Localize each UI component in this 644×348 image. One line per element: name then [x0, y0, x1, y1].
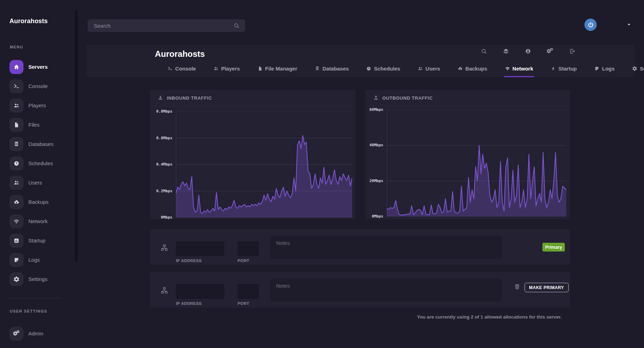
tab-label: Logs [602, 66, 615, 72]
tab-label: File Manager [265, 66, 297, 72]
upload-icon [373, 95, 379, 101]
inbound-chart-title: INBOUND TRAFFIC [167, 95, 212, 101]
server-header-card: Aurorahosts ConsolePlayersFile ManagerDa… [86, 45, 635, 77]
sidebar-item-files[interactable]: Files [0, 115, 77, 134]
tab-label: Backups [465, 66, 487, 72]
y-axis-tick-label: 0.2Mbps [150, 189, 172, 193]
cogs-icon [9, 327, 23, 341]
inbound-traffic-chart [176, 112, 352, 218]
sidebar-item-label: Backups [28, 199, 49, 205]
user-avatar[interactable] [584, 19, 597, 31]
tab-players[interactable]: Players [213, 61, 240, 77]
sidebar-item-label: Databases [28, 141, 54, 147]
wifi-icon [9, 214, 23, 228]
menu-section-label: MENU [10, 45, 23, 49]
tab-settings[interactable]: Settings [631, 61, 644, 77]
tab-label: Settings [640, 66, 644, 72]
make-primary-button[interactable]: MAKE PRIMARY [525, 283, 569, 292]
sidebar-item-console[interactable]: Console [0, 76, 77, 96]
layers-icon[interactable] [503, 48, 509, 54]
y-axis-tick-label: 0Mbps [150, 215, 172, 220]
sidebar-item-admin[interactable]: Admin [0, 324, 77, 343]
search-input[interactable] [93, 22, 233, 29]
backup-icon [458, 66, 463, 71]
port-input[interactable] [238, 284, 259, 299]
ip-address-label: IP ADDRESS [176, 301, 224, 306]
y-axis-tick-label: 0Mbps [365, 214, 383, 219]
backup-icon [9, 195, 23, 209]
cogs-icon[interactable] [547, 48, 553, 54]
tab-network[interactable]: Network [504, 61, 534, 77]
primary-badge: Primary [542, 243, 565, 252]
port-label: PORT [238, 259, 259, 263]
user-settings-section-label: USER SETTINGS [10, 309, 47, 313]
ip-address-input[interactable] [176, 284, 224, 299]
sidebar-item-startup[interactable]: Startup [0, 231, 77, 250]
delete-allocation-icon[interactable] [514, 283, 521, 290]
file-icon [258, 66, 263, 71]
sidebar-item-schedules[interactable]: Schedules [0, 154, 77, 173]
sidebar-item-label: Files [28, 122, 40, 128]
sidebar-divider [10, 298, 61, 298]
tab-file-manager[interactable]: File Manager [257, 61, 298, 77]
global-search [88, 19, 245, 32]
startup-icon [9, 234, 23, 248]
inbound-traffic-card: INBOUND TRAFFIC 0.8Mbps0.6Mbps0.4Mbps0.2… [150, 90, 355, 219]
ip-address-input[interactable] [176, 241, 224, 256]
sidebar-item-settings[interactable]: Settings [0, 269, 77, 289]
bolt-icon [551, 66, 556, 71]
y-axis-tick-label: 0.4Mbps [150, 162, 172, 167]
tab-label: Schedules [374, 66, 400, 72]
tab-label: Startup [559, 66, 577, 72]
logs-icon [594, 66, 600, 71]
download-icon [158, 95, 163, 101]
users-icon [418, 66, 423, 71]
notes-input[interactable] [270, 279, 502, 302]
tab-startup[interactable]: Startup [550, 61, 578, 77]
sidebar-item-label: Players [28, 102, 46, 108]
sidebar-item-label: Settings [28, 276, 47, 282]
tab-console[interactable]: Console [167, 61, 197, 77]
tab-users[interactable]: Users [417, 61, 441, 77]
gear-icon [632, 66, 637, 71]
port-field: PORT [238, 284, 259, 306]
signout-icon[interactable] [569, 48, 575, 54]
sidebar-item-databases[interactable]: Databases [0, 134, 77, 154]
port-input[interactable] [238, 241, 259, 256]
search-icon[interactable] [481, 48, 487, 54]
tab-databases[interactable]: Databases [314, 61, 349, 77]
page-title: Aurorahosts [155, 49, 205, 59]
port-label: PORT [238, 301, 259, 306]
file-icon [9, 118, 23, 132]
sidebar-nav: ServersConsolePlayersFilesDatabasesSched… [0, 57, 77, 289]
notes-input[interactable] [270, 236, 502, 259]
tab-logs[interactable]: Logs [594, 61, 615, 77]
allocations-footer-note: You are currently using 2 of 1 allowed a… [150, 314, 570, 320]
search-icon [233, 22, 240, 29]
sidebar-item-label: Servers [28, 64, 48, 70]
sidebar-item-backups[interactable]: Backups [0, 192, 77, 212]
sidebar-item-network[interactable]: Network [0, 212, 77, 231]
tab-label: Network [513, 66, 533, 72]
user-menu-caret-icon[interactable] [626, 22, 632, 27]
players-icon [9, 99, 23, 113]
sidebar-scrollbar[interactable] [75, 10, 77, 262]
sidebar: Aurorahosts MENU ServersConsolePlayersFi… [0, 0, 77, 348]
sidebar-item-label: Users [28, 180, 42, 186]
logs-icon [9, 253, 23, 267]
outbound-traffic-chart [387, 110, 566, 216]
tab-schedules[interactable]: Schedules [365, 61, 401, 77]
user-circle-icon[interactable] [525, 48, 531, 54]
users-icon [9, 176, 23, 190]
terminal-icon [167, 66, 173, 71]
tab-backups[interactable]: Backups [457, 61, 488, 77]
sidebar-item-label: Console [28, 83, 48, 89]
sidebar-item-servers[interactable]: Servers [0, 57, 77, 76]
allocation-row: IP ADDRESS PORT MAKE PRIMARY [150, 272, 570, 308]
tab-label: Players [221, 66, 240, 72]
sidebar-item-label: Startup [28, 237, 45, 243]
y-axis-tick-label: 20Mbps [365, 179, 383, 183]
sidebar-item-users[interactable]: Users [0, 173, 77, 192]
sidebar-item-logs[interactable]: Logs [0, 250, 77, 269]
sidebar-item-players[interactable]: Players [0, 96, 77, 115]
